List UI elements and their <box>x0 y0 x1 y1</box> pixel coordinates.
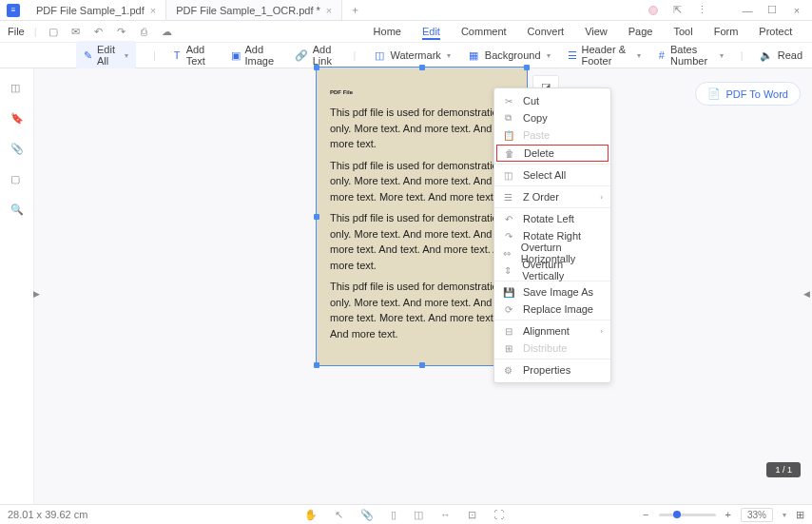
hand-tool-icon[interactable]: ✋ <box>304 509 318 521</box>
close-button[interactable]: × <box>791 5 802 16</box>
thumbnails-icon[interactable]: ◫ <box>10 82 24 95</box>
maximize-button[interactable]: ☐ <box>766 4 778 16</box>
delete-icon: 🗑 <box>503 147 515 160</box>
search-icon[interactable]: 🔍 <box>10 204 24 217</box>
resize-handle[interactable] <box>314 214 319 220</box>
tab-active[interactable]: PDF File Sample_1_OCR.pdf * × <box>166 0 342 20</box>
ctx-overturn-v[interactable]: ⇕Overturn Vertically <box>494 262 610 279</box>
fit-width-icon[interactable]: ↔ <box>440 509 451 521</box>
chevron-down-icon[interactable]: ▾ <box>783 511 786 519</box>
slider-knob[interactable] <box>673 511 681 518</box>
fit-page-icon[interactable]: ⊡ <box>468 509 476 521</box>
add-text-button[interactable]: TAdd Text <box>173 44 214 67</box>
add-image-button[interactable]: ▣Add Image <box>231 44 279 67</box>
paste-icon: 📋 <box>502 129 514 142</box>
ctx-cut[interactable]: ✂Cut <box>494 92 610 109</box>
resize-handle[interactable] <box>314 65 319 70</box>
menu-edit[interactable]: Edit <box>422 23 440 40</box>
zoom-in-icon[interactable]: + <box>725 509 731 520</box>
redo-icon[interactable]: ↷ <box>115 25 128 38</box>
view2-icon[interactable]: ◫ <box>414 509 423 521</box>
zoom-controls: − + 33% ▾ ⊞ <box>643 508 804 522</box>
file-menu[interactable]: File <box>8 26 25 37</box>
grid-icon[interactable]: ⊞ <box>796 509 804 521</box>
cloud-icon[interactable]: ☁ <box>161 25 174 38</box>
resize-handle[interactable] <box>419 65 425 70</box>
expand-right-handle[interactable]: ◀ <box>803 289 810 299</box>
ctx-properties[interactable]: ⚙Properties <box>494 361 610 378</box>
view1-icon[interactable]: ▯ <box>391 509 396 521</box>
menu-tool[interactable]: Tool <box>673 23 692 40</box>
undo-icon[interactable]: ↶ <box>92 25 106 38</box>
tab-background[interactable]: PDF File Sample_1.pdf × <box>27 0 166 20</box>
menu-view[interactable]: View <box>585 23 608 40</box>
add-link-button[interactable]: 🔗Add Link <box>296 44 337 67</box>
rotate-right-icon: ↷ <box>502 230 514 243</box>
newtab-button[interactable]: ＋ <box>342 0 367 20</box>
layers-icon[interactable]: ▢ <box>10 173 24 186</box>
watermark-button[interactable]: ◫Watermark▾ <box>373 49 450 62</box>
edit-all-button[interactable]: ✎ Edit All ▾ <box>76 41 136 69</box>
more-icon[interactable]: ⋮ <box>696 4 707 16</box>
minimize-button[interactable]: — <box>742 5 753 16</box>
ctx-zorder[interactable]: ☰Z Order› <box>494 188 610 205</box>
menu-protect[interactable]: Protect <box>759 23 792 40</box>
distribute-icon: ⊞ <box>502 342 514 355</box>
status-bar: 28.01 x 39.62 cm ✋ ↖ 📎 ▯ ◫ ↔ ⊡ ⛶ − + 33%… <box>0 504 812 524</box>
clip-icon[interactable]: 📎 <box>360 509 374 521</box>
ctx-alignment[interactable]: ⊟Alignment› <box>494 322 610 340</box>
menu-comment[interactable]: Comment <box>461 23 507 40</box>
header-footer-icon: ☰ <box>568 49 577 62</box>
menu-page[interactable]: Page <box>628 23 653 40</box>
select-tool-icon[interactable]: ↖ <box>335 509 343 521</box>
ctx-select-all[interactable]: ◫Select All <box>494 166 610 184</box>
main-menu: Home Edit Comment Convert View Page Tool… <box>374 23 793 40</box>
menu-home[interactable]: Home <box>374 23 401 40</box>
ctx-delete[interactable]: 🗑Delete <box>496 145 609 162</box>
fullscreen-icon[interactable]: ⛶ <box>493 509 504 521</box>
ctx-save-image[interactable]: 💾Save Image As <box>494 283 610 301</box>
dimensions-label: 28.01 x 39.62 cm <box>8 509 87 520</box>
zoom-out-icon[interactable]: − <box>643 509 648 520</box>
menu-form[interactable]: Form <box>714 23 739 40</box>
menu-convert[interactable]: Convert <box>528 23 565 40</box>
pdf-to-word-button[interactable]: 📄 PDF To Word <box>695 82 801 106</box>
menu-bar-row: File | ▢ ✉ ↶ ↷ ⎙ ☁ Home Edit Comment Con… <box>0 21 812 43</box>
select-icon: ◫ <box>502 169 514 182</box>
separator <box>494 320 610 320</box>
flip-vertical-icon: ⇕ <box>502 264 513 277</box>
btn-label: PDF To Word <box>725 88 788 100</box>
bookmark-icon[interactable]: 🔖 <box>10 112 24 126</box>
ctx-replace-image[interactable]: ⟳Replace Image <box>494 301 610 318</box>
resize-handle[interactable] <box>419 362 425 368</box>
watermark-icon: ◫ <box>373 49 385 62</box>
zoom-slider[interactable] <box>659 514 716 516</box>
doc-paragraph: This pdf file is used for demonstration … <box>330 210 513 273</box>
close-icon[interactable]: × <box>326 5 332 16</box>
share-icon[interactable]: ⇱ <box>671 4 683 16</box>
zoom-value[interactable]: 33% <box>741 508 773 522</box>
print-icon[interactable]: ⎙ <box>138 25 151 38</box>
btn-label: Edit All <box>97 44 119 67</box>
image-icon: ▣ <box>231 49 241 62</box>
doc-paragraph: This pdf file is used for demonstration … <box>330 105 513 152</box>
background-button[interactable]: ▦Background▾ <box>468 49 551 62</box>
expand-left-handle[interactable]: ▶ <box>33 289 40 299</box>
resize-handle[interactable] <box>314 362 319 368</box>
header-footer-button[interactable]: ☰Header & Footer▾ <box>568 44 641 67</box>
attachment-icon[interactable]: 📎 <box>10 143 24 156</box>
bates-button[interactable]: #Bates Number▾ <box>658 44 724 67</box>
mail-icon[interactable]: ✉ <box>69 25 83 38</box>
page-indicator: 1 / 1 <box>766 462 801 477</box>
save-icon: 💾 <box>502 286 514 299</box>
ctx-rotate-left[interactable]: ↶Rotate Left <box>494 210 610 227</box>
gear-icon: ⚙ <box>502 364 514 377</box>
resize-handle[interactable] <box>524 65 530 70</box>
close-icon[interactable]: × <box>150 5 156 16</box>
ctx-copy[interactable]: ⧉Copy <box>494 109 610 126</box>
pencil-icon: ✎ <box>84 49 92 62</box>
account-icon[interactable] <box>648 6 658 15</box>
save-icon[interactable]: ▢ <box>47 25 60 38</box>
speaker-icon: 🔈 <box>761 49 773 62</box>
read-button[interactable]: 🔈Read <box>761 49 802 62</box>
